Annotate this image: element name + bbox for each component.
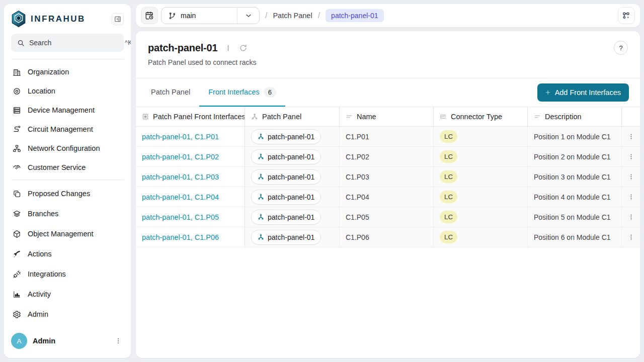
cell-front-interface: patch-panel-01, C1.P03 bbox=[136, 167, 245, 187]
interface-link[interactable]: patch-panel-01, C1.P01 bbox=[142, 133, 219, 141]
patch-panel-chip[interactable]: patch-panel-01 bbox=[251, 149, 321, 164]
text-lines-icon bbox=[346, 113, 353, 120]
user-menu-button[interactable] bbox=[113, 335, 124, 346]
table-row: patch-panel-01, C1.P01 patch-panel-01 C1… bbox=[136, 127, 640, 147]
patch-panel-chip[interactable]: patch-panel-01 bbox=[251, 230, 321, 245]
tab-front-interfaces[interactable]: Front Interfaces 6 bbox=[199, 78, 285, 107]
object-menu-button[interactable] bbox=[225, 45, 231, 51]
add-front-interfaces-button[interactable]: + Add Front Interfaces bbox=[537, 83, 629, 102]
sidebar-item-admin[interactable]: Admin bbox=[4, 304, 131, 324]
sidebar-item-network-configuration[interactable]: Network Configuration bbox=[4, 139, 131, 158]
avatar: A bbox=[11, 333, 27, 349]
description-value: Position 5 on Module C1 bbox=[534, 213, 611, 221]
time-travel-button[interactable] bbox=[141, 7, 158, 24]
patch-panel-chip[interactable]: patch-panel-01 bbox=[251, 169, 321, 185]
sidebar-item-organization[interactable]: Organization bbox=[4, 62, 131, 81]
tab-patch-panel[interactable]: Patch Panel bbox=[142, 78, 199, 107]
sidebar-item-branches[interactable]: Branches bbox=[4, 204, 131, 224]
sidebar-item-customer-service[interactable]: Customer Service bbox=[4, 158, 131, 177]
relationship-icon bbox=[258, 234, 264, 240]
sidebar-item-circuit-management[interactable]: Circuit Management bbox=[4, 120, 131, 139]
branch-selector[interactable]: main bbox=[161, 7, 260, 24]
row-menu-button[interactable] bbox=[625, 131, 637, 142]
cell-description: Position 2 on Module C1 bbox=[528, 147, 622, 166]
plus-icon: + bbox=[545, 88, 550, 97]
column-header-actions bbox=[622, 107, 640, 126]
network-tree-icon bbox=[13, 144, 21, 153]
route-icon bbox=[13, 125, 21, 134]
connector-type-badge: LC bbox=[440, 130, 457, 143]
interface-link[interactable]: patch-panel-01, C1.P02 bbox=[142, 153, 219, 161]
breadcrumb-current[interactable]: patch-panel-01 bbox=[326, 9, 383, 22]
cell-connector-type: LC bbox=[434, 127, 528, 146]
column-header-connector-type[interactable]: Connector Type bbox=[434, 107, 528, 126]
cell-row-menu bbox=[622, 127, 640, 146]
row-menu-button[interactable] bbox=[625, 171, 637, 182]
calendar-clock-icon bbox=[145, 11, 154, 20]
cell-description: Position 1 on Module C1 bbox=[528, 127, 622, 146]
cell-patch-panel: patch-panel-01 bbox=[245, 207, 340, 227]
text-lines-icon bbox=[534, 113, 541, 120]
kebab-icon bbox=[628, 194, 634, 200]
cell-patch-panel: patch-panel-01 bbox=[245, 167, 340, 187]
cell-front-interface: patch-panel-01, C1.P01 bbox=[136, 127, 245, 146]
search-input[interactable] bbox=[29, 39, 120, 47]
building-icon bbox=[13, 68, 21, 76]
search-box[interactable]: ^K bbox=[11, 34, 124, 52]
cell-row-menu bbox=[622, 187, 640, 207]
sidebar-item-label: Customer Service bbox=[28, 163, 86, 171]
branch-caret[interactable] bbox=[237, 8, 259, 24]
page-title: patch-panel-01 bbox=[148, 42, 217, 54]
handshake-icon bbox=[13, 163, 21, 172]
relationship-icon bbox=[251, 113, 258, 120]
topbar: main / Patch Panel / patch-panel-01 bbox=[136, 4, 640, 27]
table-row: patch-panel-01, C1.P04 patch-panel-01 C1… bbox=[136, 187, 640, 207]
description-value: Position 6 on Module C1 bbox=[534, 233, 611, 241]
interface-link[interactable]: patch-panel-01, C1.P06 bbox=[142, 233, 219, 241]
connector-type-badge: LC bbox=[440, 211, 457, 223]
sidebar-item-location[interactable]: Location bbox=[4, 81, 131, 101]
sidebar-item-label: Organization bbox=[28, 68, 69, 76]
cell-description: Position 3 on Module C1 bbox=[528, 167, 622, 187]
sidebar-item-integrations[interactable]: Integrations bbox=[4, 264, 131, 284]
schema-graph-icon bbox=[622, 11, 631, 20]
sidebar-divider bbox=[11, 179, 124, 180]
name-value: C1.P06 bbox=[346, 233, 369, 241]
plug-icon bbox=[13, 270, 21, 279]
column-header-description[interactable]: Description bbox=[528, 107, 622, 126]
sidebar-item-activity[interactable]: Activity bbox=[4, 284, 131, 304]
row-menu-button[interactable] bbox=[625, 232, 637, 242]
row-menu-button[interactable] bbox=[625, 212, 637, 222]
interface-link[interactable]: patch-panel-01, C1.P03 bbox=[142, 173, 219, 181]
sidebar-item-actions[interactable]: Actions bbox=[4, 244, 131, 264]
patch-panel-chip[interactable]: patch-panel-01 bbox=[251, 210, 321, 225]
card-icon bbox=[142, 113, 149, 120]
interface-link[interactable]: patch-panel-01, C1.P04 bbox=[142, 193, 219, 201]
sidebar-collapse-button[interactable] bbox=[112, 13, 124, 25]
interface-link[interactable]: patch-panel-01, C1.P05 bbox=[142, 213, 219, 221]
patch-panel-chip[interactable]: patch-panel-01 bbox=[251, 190, 321, 205]
help-button[interactable]: ? bbox=[614, 41, 628, 55]
cell-name: C1.P02 bbox=[340, 147, 434, 166]
schema-visualizer-button[interactable] bbox=[618, 7, 635, 24]
breadcrumb-parent[interactable]: Patch Panel bbox=[273, 12, 312, 20]
refresh-button[interactable] bbox=[239, 44, 248, 52]
sidebar-item-proposed-changes[interactable]: Proposed Changes bbox=[4, 184, 131, 204]
table-header: Patch Panel Front Interfaces Patch Panel… bbox=[136, 107, 640, 127]
column-header-name[interactable]: Name bbox=[340, 107, 434, 126]
sidebar-item-label: Activity bbox=[28, 290, 51, 298]
sidebar-item-device-management[interactable]: Device Management bbox=[4, 101, 131, 120]
search-icon bbox=[17, 39, 25, 47]
patch-panel-chip[interactable]: patch-panel-01 bbox=[251, 129, 321, 144]
row-menu-button[interactable] bbox=[625, 151, 637, 162]
row-menu-button[interactable] bbox=[625, 192, 637, 202]
sidebar-item-label: Integrations bbox=[28, 270, 66, 278]
cell-front-interface: patch-panel-01, C1.P05 bbox=[136, 207, 245, 227]
table-body: patch-panel-01, C1.P01 patch-panel-01 C1… bbox=[136, 127, 640, 247]
cell-row-menu bbox=[622, 147, 640, 166]
column-header-front-interfaces[interactable]: Patch Panel Front Interfaces bbox=[136, 107, 245, 126]
tab-count-badge: 6 bbox=[264, 87, 276, 98]
column-header-patch-panel[interactable]: Patch Panel bbox=[245, 107, 340, 126]
sidebar-item-object-management[interactable]: Object Management bbox=[4, 224, 131, 244]
add-button-label: Add Front Interfaces bbox=[555, 88, 621, 97]
